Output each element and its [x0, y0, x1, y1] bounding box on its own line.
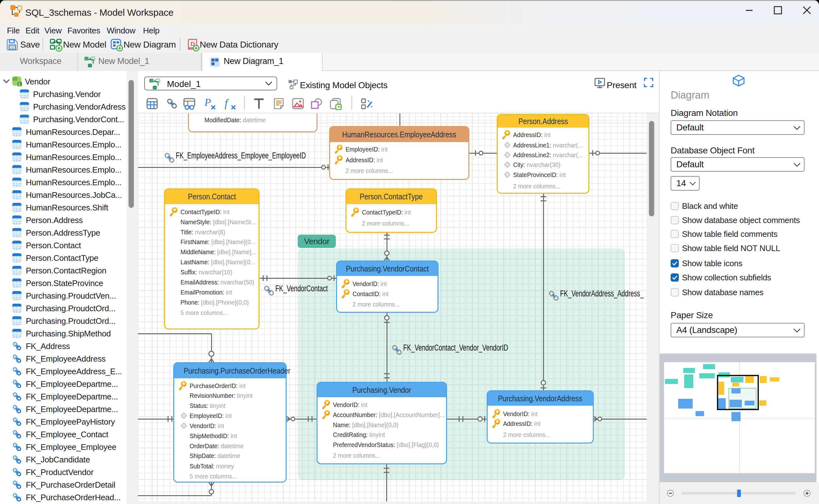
- svg-text:P: P: [204, 97, 211, 108]
- svg-text:f: f: [225, 97, 229, 109]
- svg-text:L: L: [19, 82, 21, 87]
